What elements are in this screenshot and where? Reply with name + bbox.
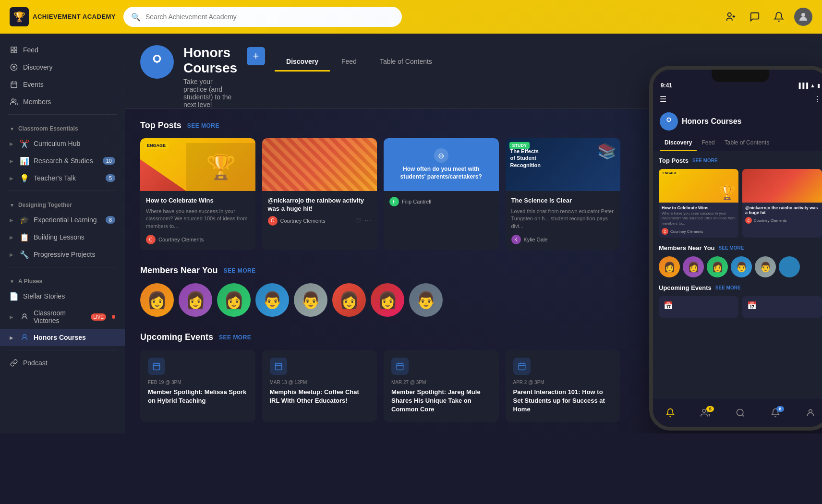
- divider-1: [8, 114, 117, 115]
- search-input[interactable]: [145, 13, 394, 21]
- user-avatar-button[interactable]: [794, 8, 812, 26]
- podcast-icon: [10, 359, 18, 367]
- member-7[interactable]: 👩: [371, 283, 404, 317]
- phone-more-icon[interactable]: ⋮: [813, 95, 821, 104]
- sidebar-item-research-studies[interactable]: ▶ 📊 Research & Studies 10: [0, 152, 125, 169]
- phone-post-1-author: C Courtney Clements: [662, 228, 736, 235]
- sidebar-item-classroom-victories[interactable]: ▶ Classroom Victories LIVE: [0, 305, 125, 329]
- phone-post-card-1[interactable]: ENGAGE 🏆 How to Celebrate Wins Where hav…: [659, 169, 738, 238]
- post-card-2-body: @nickarrojo the rainbow activity was a h…: [262, 191, 377, 231]
- phone-bottom-home[interactable]: [665, 408, 675, 418]
- sidebar-item-progressive-label: Progressive Projects: [34, 251, 95, 258]
- phone-bottom-activity[interactable]: 5: [701, 408, 710, 418]
- member-3[interactable]: 👩: [217, 283, 251, 317]
- sidebar-item-honors-courses[interactable]: ▶ Honors Courses: [0, 329, 125, 346]
- post-actions-2[interactable]: ♡ ⋯: [355, 217, 371, 225]
- phone-member-6[interactable]: [779, 256, 800, 277]
- post-card-3[interactable]: ⊖ How often do you meet with students' p…: [384, 138, 499, 250]
- events-see-more[interactable]: SEE MORE: [219, 334, 251, 341]
- phone-bottom-profile[interactable]: [806, 408, 815, 418]
- phone-group-title: Honors Courses: [682, 117, 741, 126]
- members-see-more[interactable]: SEE MORE: [223, 267, 255, 274]
- messages-button[interactable]: [746, 8, 763, 25]
- phone-tab-table-of-contents[interactable]: Table of Contents: [720, 135, 774, 151]
- svg-point-37: [702, 409, 706, 412]
- phone-member-4[interactable]: 👨: [731, 256, 752, 277]
- phone-member-1[interactable]: 👩: [659, 256, 680, 277]
- member-2[interactable]: 👩: [179, 283, 212, 317]
- sidebar-item-stellar-stories[interactable]: 📄 Stellar Stories: [0, 288, 125, 305]
- phone-menu-icon[interactable]: ☰: [660, 95, 666, 104]
- comment-icon[interactable]: ⋯: [364, 217, 371, 225]
- event-3-date: MAR 27 @ 3PM: [391, 380, 491, 385]
- calendar-icon-2: [270, 358, 287, 375]
- sidebar-item-teachers-talk[interactable]: ▶ 💡 Teacher's Talk 5: [0, 169, 125, 187]
- event-card-1[interactable]: FEB 19 @ 3PM Member Spotlight: Melissa S…: [140, 350, 255, 422]
- tab-feed[interactable]: Feed: [330, 53, 368, 72]
- phone-bottom-notifications[interactable]: 8: [771, 408, 780, 418]
- search-bar[interactable]: 🔍: [123, 7, 402, 27]
- events-icon: [10, 80, 18, 89]
- expand-icon-7: ▶: [10, 314, 13, 320]
- sidebar-item-curriculum-hub[interactable]: ▶ ✂️ Curriculum Hub: [0, 135, 125, 152]
- phone-event-2[interactable]: 📅: [742, 296, 822, 318]
- tab-discovery[interactable]: Discovery: [275, 53, 330, 72]
- add-group-button[interactable]: +: [247, 47, 265, 65]
- sidebar-item-events[interactable]: Events: [0, 76, 125, 93]
- expand-icon: ▶: [10, 141, 13, 146]
- member-1[interactable]: 👩: [140, 283, 174, 317]
- event-card-2[interactable]: MAR 13 @ 12PM Memphis Meetup: Coffee Cha…: [262, 350, 377, 422]
- member-5[interactable]: 👨: [294, 283, 327, 317]
- post-card-2[interactable]: @nickarrojo the rainbow activity was a h…: [262, 138, 377, 250]
- phone-events-see-more[interactable]: SEE MORE: [715, 285, 741, 290]
- notifications-button[interactable]: [770, 8, 787, 25]
- event-card-3[interactable]: MAR 27 @ 3PM Member Spotlight: Jareg Mul…: [384, 350, 499, 422]
- logo-text: Achievement Academy: [33, 13, 116, 21]
- section-classroom-essentials[interactable]: ▼ Classroom Essentials: [0, 119, 125, 135]
- phone-activity-badge: 5: [706, 406, 714, 412]
- sidebar-item-podcast[interactable]: Podcast: [0, 354, 125, 372]
- desktop-area: Honors Courses Take your practice (and s…: [125, 34, 822, 433]
- member-8[interactable]: 👨: [409, 283, 443, 317]
- phone-post-1-title: How to Celebrate Wins: [662, 205, 736, 210]
- top-navigation: 🏆 Achievement Academy 🔍: [0, 0, 822, 34]
- phone-top-posts-see-more[interactable]: SEE MORE: [692, 158, 718, 163]
- author-avatar-1: C: [146, 235, 156, 244]
- member-6[interactable]: 👩: [332, 283, 366, 317]
- svg-point-18: [155, 56, 159, 61]
- svg-point-9: [13, 66, 15, 68]
- phone-post-card-2[interactable]: @nickarrojo the rainbo activity was a hu…: [742, 169, 822, 238]
- sidebar-item-experiential-learning[interactable]: ▶ 🎓 Experiential Learning 8: [0, 211, 125, 228]
- phone-member-2[interactable]: 👩: [683, 256, 704, 277]
- phone-event-1[interactable]: 📅: [659, 296, 738, 318]
- section-designing-together[interactable]: ▼ Designing Together: [0, 195, 125, 211]
- top-posts-see-more[interactable]: SEE MORE: [187, 122, 219, 129]
- member-4[interactable]: 👨: [255, 283, 289, 317]
- phone-bottom-bar: 5 8: [653, 398, 822, 427]
- sidebar-item-progressive-projects[interactable]: ▶ 🔧 Progressive Projects: [0, 246, 125, 263]
- sidebar-item-building-lessons[interactable]: ▶ 📋 Building Lessons: [0, 228, 125, 246]
- add-user-button[interactable]: [722, 8, 739, 25]
- phone-bottom-search[interactable]: [736, 408, 745, 418]
- sidebar-item-feed[interactable]: Feed: [0, 41, 125, 59]
- like-icon[interactable]: ♡: [355, 217, 362, 225]
- phone-tab-feed[interactable]: Feed: [697, 135, 719, 151]
- sidebar-item-experiential-label: Experiential Learning: [34, 216, 97, 224]
- feed-icon: [10, 46, 18, 54]
- sidebar-item-members[interactable]: Members: [0, 93, 125, 110]
- phone-members-see-more[interactable]: SEE MORE: [719, 245, 744, 251]
- phone-member-5[interactable]: 👨: [755, 256, 776, 277]
- expand-icon-2: ▶: [10, 158, 13, 164]
- post-card-1[interactable]: ENGAGE 🏆 How to Celebrate Wins Where hav…: [140, 138, 255, 250]
- tab-table-of-contents[interactable]: Table of Contents: [368, 53, 444, 72]
- section-a-pluses[interactable]: ▼ A Pluses: [0, 271, 125, 288]
- phone-trophy-icon: 🏆: [719, 185, 736, 201]
- event-card-4[interactable]: APR 2 @ 3PM Parent Interaction 101: How …: [506, 350, 621, 422]
- phone-member-3[interactable]: 👩: [707, 256, 728, 277]
- event-3-title: Member Spotlight: Jareg Mule Shares His …: [391, 388, 491, 414]
- svg-rect-4: [11, 47, 13, 49]
- phone-tab-discovery[interactable]: Discovery: [660, 135, 697, 151]
- post-card-4[interactable]: STUDY The Effectsof StudentRecognition 📚…: [506, 138, 621, 250]
- sidebar-item-discovery-label: Discovery: [23, 63, 52, 71]
- sidebar-item-discovery[interactable]: Discovery: [0, 59, 125, 76]
